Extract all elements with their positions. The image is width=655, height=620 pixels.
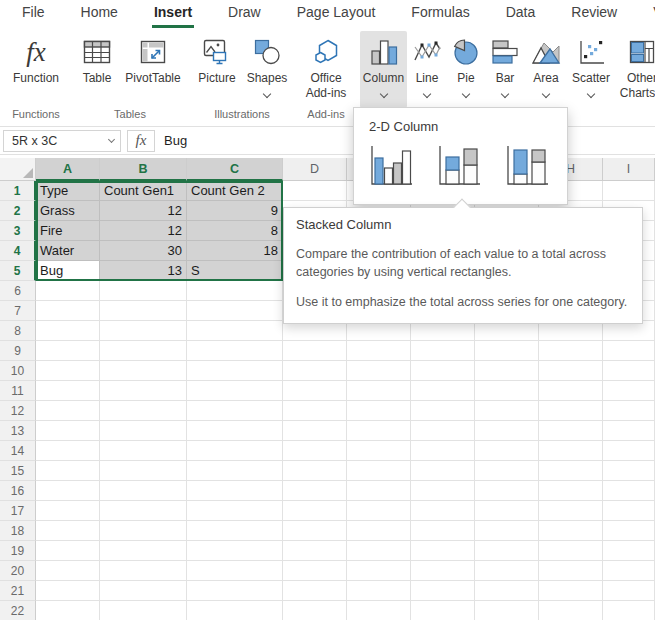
- cell-G22[interactable]: [475, 601, 539, 620]
- cell-I15[interactable]: [603, 461, 655, 481]
- cell-F19[interactable]: [411, 541, 475, 561]
- cell-D9[interactable]: [283, 341, 347, 361]
- cell-A6[interactable]: [36, 281, 100, 301]
- cell-E9[interactable]: [347, 341, 411, 361]
- row-header-20[interactable]: 20: [0, 561, 36, 581]
- cell-I17[interactable]: [603, 501, 655, 521]
- cell-D18[interactable]: [283, 521, 347, 541]
- cell-H17[interactable]: [539, 501, 603, 521]
- cell-H20[interactable]: [539, 561, 603, 581]
- name-box[interactable]: 5R x 3C: [3, 130, 121, 152]
- cell-E12[interactable]: [347, 401, 411, 421]
- cell-A13[interactable]: [36, 421, 100, 441]
- cell-I10[interactable]: [603, 361, 655, 381]
- row-header-7[interactable]: 7: [0, 301, 36, 321]
- cell-A22[interactable]: [36, 601, 100, 620]
- cell-C20[interactable]: [187, 561, 283, 581]
- cell-F15[interactable]: [411, 461, 475, 481]
- cell-G16[interactable]: [475, 481, 539, 501]
- office-addins-button[interactable]: Office Add-ins: [298, 31, 354, 108]
- cell-H18[interactable]: [539, 521, 603, 541]
- cell-C5[interactable]: S: [187, 261, 283, 281]
- row-header-18[interactable]: 18: [0, 521, 36, 541]
- cell-C19[interactable]: [187, 541, 283, 561]
- cell-I13[interactable]: [603, 421, 655, 441]
- cell-E19[interactable]: [347, 541, 411, 561]
- cell-C15[interactable]: [187, 461, 283, 481]
- cell-E10[interactable]: [347, 361, 411, 381]
- tab-insert[interactable]: Insert: [152, 0, 194, 28]
- pie-chart-button[interactable]: Pie: [447, 31, 485, 108]
- cell-G20[interactable]: [475, 561, 539, 581]
- row-header-12[interactable]: 12: [0, 401, 36, 421]
- cell-C14[interactable]: [187, 441, 283, 461]
- cell-F17[interactable]: [411, 501, 475, 521]
- cell-F12[interactable]: [411, 401, 475, 421]
- cell-B19[interactable]: [100, 541, 187, 561]
- row-header-10[interactable]: 10: [0, 361, 36, 381]
- pivottable-button[interactable]: PivotTable: [120, 31, 186, 108]
- shapes-button[interactable]: Shapes: [242, 31, 292, 108]
- cell-I19[interactable]: [603, 541, 655, 561]
- cell-F22[interactable]: [411, 601, 475, 620]
- picture-button[interactable]: Picture: [192, 31, 242, 108]
- cell-F16[interactable]: [411, 481, 475, 501]
- cell-C13[interactable]: [187, 421, 283, 441]
- cell-C4[interactable]: 18: [187, 241, 283, 261]
- cell-E20[interactable]: [347, 561, 411, 581]
- cell-D12[interactable]: [283, 401, 347, 421]
- cell-C6[interactable]: [187, 281, 283, 301]
- cell-G21[interactable]: [475, 581, 539, 601]
- percent-stacked-column-thumb-icon[interactable]: [504, 142, 550, 188]
- row-header-13[interactable]: 13: [0, 421, 36, 441]
- cell-E17[interactable]: [347, 501, 411, 521]
- row-header-14[interactable]: 14: [0, 441, 36, 461]
- cell-I1[interactable]: [603, 181, 655, 201]
- cell-G11[interactable]: [475, 381, 539, 401]
- tab-file[interactable]: File: [20, 0, 47, 28]
- cell-I16[interactable]: [603, 481, 655, 501]
- cell-A8[interactable]: [36, 321, 100, 341]
- cell-G14[interactable]: [475, 441, 539, 461]
- row-header-1[interactable]: 1: [0, 181, 36, 201]
- cell-E18[interactable]: [347, 521, 411, 541]
- cell-A1[interactable]: Type: [36, 181, 100, 201]
- cell-A5[interactable]: Bug: [36, 261, 100, 281]
- cell-C1[interactable]: Count Gen 2: [187, 181, 283, 201]
- cell-I14[interactable]: [603, 441, 655, 461]
- stacked-column-thumb-icon[interactable]: [436, 142, 482, 188]
- cell-B17[interactable]: [100, 501, 187, 521]
- cell-A20[interactable]: [36, 561, 100, 581]
- cell-F13[interactable]: [411, 421, 475, 441]
- row-header-22[interactable]: 22: [0, 601, 36, 620]
- cell-H19[interactable]: [539, 541, 603, 561]
- col-header-C[interactable]: C: [187, 158, 283, 181]
- cell-A18[interactable]: [36, 521, 100, 541]
- cell-A15[interactable]: [36, 461, 100, 481]
- cell-B7[interactable]: [100, 301, 187, 321]
- row-header-17[interactable]: 17: [0, 501, 36, 521]
- cell-B22[interactable]: [100, 601, 187, 620]
- cell-B14[interactable]: [100, 441, 187, 461]
- row-header-9[interactable]: 9: [0, 341, 36, 361]
- cell-H13[interactable]: [539, 421, 603, 441]
- cell-B12[interactable]: [100, 401, 187, 421]
- cell-B15[interactable]: [100, 461, 187, 481]
- cell-A2[interactable]: Grass: [36, 201, 100, 221]
- row-header-6[interactable]: 6: [0, 281, 36, 301]
- cell-E16[interactable]: [347, 481, 411, 501]
- row-header-16[interactable]: 16: [0, 481, 36, 501]
- cell-G10[interactable]: [475, 361, 539, 381]
- row-header-5[interactable]: 5: [0, 261, 36, 281]
- row-header-21[interactable]: 21: [0, 581, 36, 601]
- row-header-19[interactable]: 19: [0, 541, 36, 561]
- cell-B8[interactable]: [100, 321, 187, 341]
- cell-F18[interactable]: [411, 521, 475, 541]
- cell-A3[interactable]: Fire: [36, 221, 100, 241]
- cell-F9[interactable]: [411, 341, 475, 361]
- cell-G18[interactable]: [475, 521, 539, 541]
- cell-C21[interactable]: [187, 581, 283, 601]
- cell-H9[interactable]: [539, 341, 603, 361]
- cell-B1[interactable]: Count Gen1: [100, 181, 187, 201]
- cell-F20[interactable]: [411, 561, 475, 581]
